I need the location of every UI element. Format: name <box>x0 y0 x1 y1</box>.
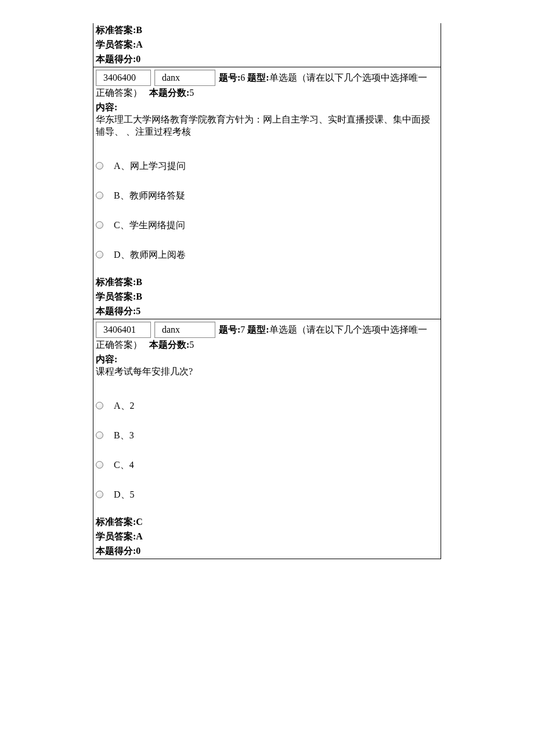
qnum-value: 7 <box>240 325 245 334</box>
qnum-label: 题号: <box>219 325 240 334</box>
student-answer-row: 学员答案:B <box>93 290 441 304</box>
radio-icon[interactable] <box>96 221 103 229</box>
standard-answer-value: B <box>136 277 142 287</box>
question-id-field: 3406400 <box>96 70 151 86</box>
score-label: 本题得分: <box>96 306 136 316</box>
option-text: A、网上学习提问 <box>114 159 186 172</box>
option-text: B、3 <box>114 429 134 442</box>
standard-answer-value: B <box>136 25 142 35</box>
standard-answer-row: 标准答案:B <box>93 23 441 38</box>
question-type-code-field: danx <box>154 322 215 338</box>
option-a[interactable]: A、2 <box>96 391 438 420</box>
qtype-label: 题型: <box>247 325 269 334</box>
qtype-text: 单选题（请在以下几个选项中选择唯一 <box>269 73 427 82</box>
student-answer-row: 学员答案:A <box>93 530 441 544</box>
option-text: D、教师网上阅卷 <box>114 248 186 261</box>
meta-cont-text: 正确答案） <box>96 340 142 350</box>
question-block-6: 3406400 danx 题号:6 题型:单选题（请在以下几个选项中选择唯一 正… <box>93 67 441 319</box>
question-header: 3406401 danx 题号:7 题型:单选题（请在以下几个选项中选择唯一 <box>93 319 441 338</box>
score-value: 0 <box>136 546 140 556</box>
qtype-text: 单选题（请在以下几个选项中选择唯一 <box>269 325 427 334</box>
qtype-label: 题型: <box>247 73 269 82</box>
score-label: 本题得分: <box>96 546 136 556</box>
radio-icon[interactable] <box>96 402 103 409</box>
standard-answer-value: C <box>136 517 143 527</box>
option-a[interactable]: A、网上学习提问 <box>96 151 438 181</box>
standard-answer-row: 标准答案:C <box>93 515 441 530</box>
standard-answer-label: 标准答案: <box>96 517 136 527</box>
qnum-value: 6 <box>240 73 245 82</box>
radio-icon[interactable] <box>96 192 103 199</box>
student-answer-row: 学员答案:A <box>93 38 441 52</box>
options-list: A、2 B、3 C、4 D、5 <box>93 379 441 515</box>
option-b[interactable]: B、教师网络答疑 <box>96 181 438 210</box>
radio-icon[interactable] <box>96 431 103 439</box>
question-id-field: 3406401 <box>96 322 151 338</box>
question-header: 3406400 danx 题号:6 题型:单选题（请在以下几个选项中选择唯一 <box>93 67 441 86</box>
score-value: 5 <box>136 306 140 316</box>
score-row: 本题得分:0 <box>93 544 441 559</box>
score-value: 0 <box>136 54 140 64</box>
student-answer-value: A <box>136 531 143 541</box>
radio-icon[interactable] <box>96 491 103 498</box>
question-block-prev-tail: 标准答案:B 学员答案:A 本题得分:0 <box>93 23 441 67</box>
content-label: 内容: <box>96 354 438 366</box>
option-d[interactable]: D、教师网上阅卷 <box>96 240 438 269</box>
points-label: 本题分数: <box>149 88 189 98</box>
student-answer-label: 学员答案: <box>96 531 136 541</box>
option-c[interactable]: C、学生网络提问 <box>96 210 438 240</box>
points-value: 5 <box>189 88 194 98</box>
option-b[interactable]: B、3 <box>96 420 438 450</box>
question-type-code-field: danx <box>154 70 215 86</box>
qnum-label: 题号: <box>219 73 240 82</box>
meta-cont-text: 正确答案） <box>96 88 142 98</box>
question-meta: 题号:6 题型:单选题（请在以下几个选项中选择唯一 <box>219 72 427 86</box>
option-c[interactable]: C、4 <box>96 450 438 480</box>
option-d[interactable]: D、5 <box>96 480 438 509</box>
student-answer-label: 学员答案: <box>96 291 136 301</box>
options-list: A、网上学习提问 B、教师网络答疑 C、学生网络提问 D、教师网上阅卷 <box>93 139 441 275</box>
content-row: 内容: 华东理工大学网络教育学院教育方针为：网上自主学习、实时直播授课、集中面授… <box>93 100 441 139</box>
content-label: 内容: <box>96 102 438 114</box>
question-meta-cont: 正确答案） 本题分数:5 <box>93 86 441 100</box>
points-label: 本题分数: <box>149 340 189 350</box>
score-label: 本题得分: <box>96 54 136 64</box>
option-text: A、2 <box>114 399 135 412</box>
question-block-7: 3406401 danx 题号:7 题型:单选题（请在以下几个选项中选择唯一 正… <box>93 319 441 559</box>
student-answer-value: B <box>136 291 142 301</box>
radio-icon[interactable] <box>96 251 103 258</box>
student-answer-value: A <box>136 39 143 49</box>
radio-icon[interactable] <box>96 162 103 170</box>
standard-answer-label: 标准答案: <box>96 25 136 35</box>
content-text: 课程考试每年安排几次? <box>96 366 438 378</box>
standard-answer-label: 标准答案: <box>96 277 136 287</box>
points-value: 5 <box>189 340 194 350</box>
option-text: B、教师网络答疑 <box>114 189 185 202</box>
score-row: 本题得分:5 <box>93 304 441 319</box>
option-text: C、4 <box>114 458 134 471</box>
student-answer-label: 学员答案: <box>96 39 136 49</box>
option-text: D、5 <box>114 488 135 501</box>
standard-answer-row: 标准答案:B <box>93 275 441 290</box>
content-row: 内容: 课程考试每年安排几次? <box>93 352 441 379</box>
score-row: 本题得分:0 <box>93 52 441 67</box>
question-meta-cont: 正确答案） 本题分数:5 <box>93 338 441 352</box>
radio-icon[interactable] <box>96 461 103 469</box>
option-text: C、学生网络提问 <box>114 218 185 232</box>
content-text: 华东理工大学网络教育学院教育方针为：网上自主学习、实时直播授课、集中面授辅导、 … <box>96 114 438 138</box>
question-meta: 题号:7 题型:单选题（请在以下几个选项中选择唯一 <box>219 324 427 338</box>
